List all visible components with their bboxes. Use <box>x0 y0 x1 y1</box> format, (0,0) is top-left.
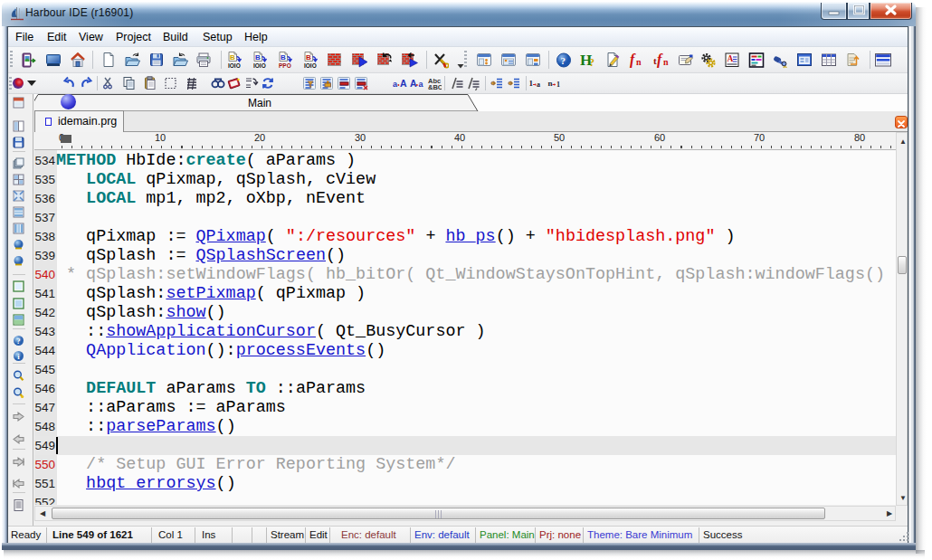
svg-text:1: 1 <box>529 79 534 88</box>
svg-text:n: n <box>636 57 642 67</box>
svg-text:a: a <box>537 81 540 89</box>
svg-text:n: n <box>663 57 669 67</box>
svg-text:B: B <box>230 53 235 62</box>
svg-text:A: A <box>400 78 407 89</box>
svg-text:PPO: PPO <box>279 62 291 69</box>
svg-text:a: a <box>419 80 424 89</box>
svg-text:?: ? <box>16 337 20 346</box>
svg-text:&BC: &BC <box>428 83 442 90</box>
svg-text:A: A <box>410 78 417 89</box>
svg-text:f: f <box>657 52 663 68</box>
svg-text:?: ? <box>561 55 566 66</box>
svg-text:IOIO: IOIO <box>228 62 241 69</box>
svg-text:B: B <box>306 53 311 62</box>
svg-text:IOIO: IOIO <box>253 62 266 69</box>
svg-text:f: f <box>630 52 636 68</box>
svg-text:1: 1 <box>556 81 560 89</box>
svg-text:?: ? <box>589 56 594 69</box>
svg-text:IOIO: IOIO <box>304 62 317 69</box>
svg-text:B: B <box>255 53 261 62</box>
svg-text:n: n <box>548 79 553 88</box>
svg-text:A: A <box>728 54 734 63</box>
svg-text:a: a <box>393 80 398 89</box>
svg-text:B: B <box>281 53 286 62</box>
